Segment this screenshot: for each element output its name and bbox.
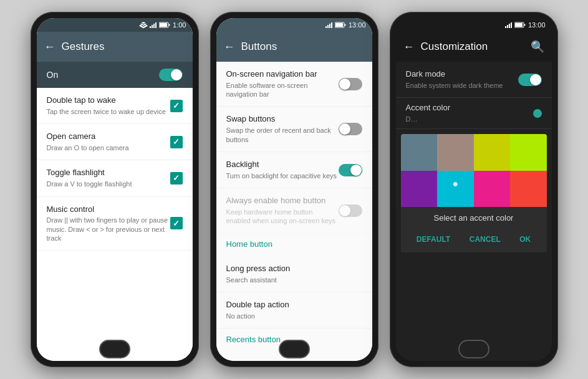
svg-rect-4 (152, 25, 153, 28)
dark-mode-title: Dark mode (406, 69, 518, 80)
dark-mode-subtitle: Enable system wide dark theme (406, 81, 518, 90)
swap-toggle[interactable] (339, 123, 362, 135)
setting-double-tap-title: Double tap to wake (47, 95, 170, 106)
color-swatch-1[interactable] (437, 134, 474, 171)
setting-open-camera-checkbox[interactable] (170, 136, 183, 148)
phone3-home-button[interactable] (458, 340, 489, 358)
setting-toggle-flashlight-subtitle: Draw a V to toggle flashlight (47, 180, 170, 188)
phone1-toggle-knob (171, 69, 182, 80)
color-cancel-button[interactable]: CANCEL (465, 233, 506, 246)
color-swatch-3[interactable] (510, 134, 547, 171)
recents-section-title: Recents button (226, 335, 281, 345)
home-section-title: Home button (226, 239, 272, 250)
phone2-title: Buttons (241, 41, 365, 53)
color-ok-button[interactable]: OK (514, 233, 536, 246)
navbar-title: On-screen navigation bar (226, 69, 339, 80)
svg-rect-18 (507, 25, 508, 28)
svg-rect-5 (153, 24, 155, 28)
setting-open-camera[interactable]: Open camera Draw an O to open camera (37, 124, 193, 160)
setting-music-control-checkbox[interactable] (170, 217, 183, 229)
color-picker-actions: DEFAULT CANCEL OK (401, 229, 547, 252)
phone2-status-bar: 13:00 (216, 18, 372, 32)
btn-setting-swap[interactable]: Swap buttons Swap the order of recent an… (216, 107, 372, 151)
double-tap-title: Double tap action (226, 300, 362, 310)
section-home-button: Home button (216, 234, 372, 256)
btn-setting-double-tap[interactable]: Double tap action No action (216, 292, 372, 329)
long-press-subtitle: Search assistant (226, 276, 362, 284)
phone2-status-icons (325, 22, 346, 28)
phone2-signal-icon (325, 22, 333, 28)
accent-color-indicator (533, 109, 542, 118)
btn-setting-long-press[interactable]: Long press action Search assistant (216, 256, 372, 292)
phone2-back-button[interactable]: ← (224, 41, 235, 54)
color-swatch-0[interactable] (401, 134, 438, 171)
double-tap-subtitle: No action (226, 312, 362, 320)
phone1-title: Gestures (62, 41, 185, 53)
phone1-master-toggle-label: On (47, 70, 59, 80)
phone1-status-bar: 1:00 (37, 18, 193, 32)
phone3-back-button[interactable]: ← (403, 41, 415, 54)
setting-music-control-title: Music control (47, 204, 170, 215)
setting-toggle-flashlight-title: Toggle flashlight (47, 168, 170, 178)
svg-rect-12 (329, 24, 330, 28)
phone1-back-button[interactable]: ← (44, 41, 55, 54)
backlight-subtitle: Turn on backlight for capacitive keys (226, 171, 339, 180)
setting-double-tap-checkbox[interactable] (170, 100, 183, 112)
setting-toggle-flashlight[interactable]: Toggle flashlight Draw a V to toggle fla… (37, 160, 193, 196)
btn-setting-backlight[interactable]: Backlight Turn on backlight for capaciti… (216, 152, 372, 188)
phone1-time: 1:00 (173, 21, 186, 29)
color-grid (401, 134, 547, 207)
phone2-settings-list: On-screen navigation bar Enable software… (216, 62, 372, 361)
swap-title: Swap buttons (226, 114, 339, 125)
btn-setting-home-always: Always enable home button Keep hardware … (216, 188, 372, 233)
setting-toggle-flashlight-checkbox[interactable] (170, 172, 183, 185)
svg-rect-10 (325, 26, 327, 28)
phone3-settings-list: Dark mode Enable system wide dark theme … (396, 62, 552, 361)
phone3-signal-icon (505, 22, 513, 28)
svg-rect-8 (169, 24, 170, 26)
svg-rect-16 (335, 23, 343, 27)
color-default-button[interactable]: DEFAULT (412, 233, 455, 246)
phone3-time: 13:00 (528, 21, 546, 29)
dark-mode-toggle[interactable] (518, 74, 542, 86)
navbar-toggle[interactable] (339, 78, 362, 90)
phone3-status-icons (505, 22, 526, 28)
color-swatch-2[interactable] (474, 134, 511, 171)
svg-rect-3 (150, 26, 151, 28)
phone2-toolbar: ← Buttons (216, 32, 372, 62)
accent-color-title: Accent color (406, 103, 533, 113)
phone3-search-button[interactable]: 🔍 (531, 40, 544, 54)
color-swatch-5[interactable] (437, 171, 474, 208)
setting-open-camera-title: Open camera (47, 132, 170, 142)
signal-icon (150, 22, 157, 28)
phone1-master-toggle[interactable] (159, 69, 183, 81)
phone1-home-button[interactable] (99, 340, 130, 358)
setting-open-camera-subtitle: Draw an O to open camera (47, 143, 170, 152)
svg-marker-2 (142, 22, 145, 24)
phone2-home-button[interactable] (279, 340, 310, 358)
phone1: 1:00 ← Gestures On Double tap to wake Ta… (31, 12, 199, 367)
setting-double-tap[interactable]: Double tap to wake Tap the screen twice … (37, 88, 193, 124)
color-swatch-7[interactable] (510, 171, 547, 208)
setting-music-control[interactable]: Music control Draw || with two fingers t… (37, 197, 193, 251)
setting-music-control-subtitle: Draw || with two fingers to play or paus… (47, 216, 170, 242)
btn-setting-navbar[interactable]: On-screen navigation bar Enable software… (216, 62, 372, 107)
phone3-title: Customization (421, 41, 531, 53)
svg-rect-17 (505, 26, 506, 28)
phone3: 13:00 ← Customization 🔍 Dark mode Enable… (390, 12, 558, 367)
phone2-time: 13:00 (349, 21, 366, 29)
phone3-status-bar: 13:00 (396, 18, 552, 32)
backlight-toggle[interactable] (339, 164, 362, 176)
customization-accent-color[interactable]: Accent color D… (396, 98, 552, 129)
color-swatch-6[interactable] (474, 171, 511, 208)
phone1-master-toggle-row[interactable]: On (37, 62, 193, 88)
customization-dark-mode[interactable]: Dark mode Enable system wide dark theme (396, 62, 552, 98)
phone2: 13:00 ← Buttons On-screen navigation bar… (210, 12, 378, 367)
phone2-battery-icon (335, 22, 346, 28)
battery-icon (159, 22, 170, 28)
wifi-icon (139, 22, 148, 28)
svg-rect-11 (327, 25, 329, 28)
svg-rect-9 (160, 23, 167, 27)
svg-rect-13 (331, 22, 332, 28)
color-swatch-4[interactable] (401, 171, 438, 208)
